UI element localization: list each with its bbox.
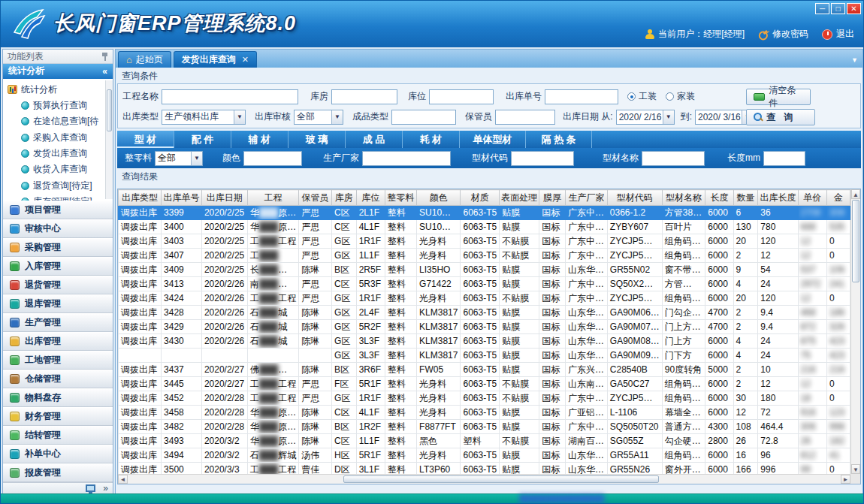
- color-input[interactable]: [243, 151, 302, 166]
- column-header[interactable]: 库位: [356, 190, 385, 206]
- material-tab-8[interactable]: 隔 热 条: [526, 131, 592, 148]
- change-password-button[interactable]: 修改密码: [758, 28, 808, 41]
- material-tab-5[interactable]: 成 品: [346, 131, 403, 148]
- table-row[interactable]: 调拨出库34242020/2/26工███工程严思G区1R1F整料光身料6063…: [119, 291, 850, 306]
- scroll-down-icon[interactable]: ▼: [851, 464, 860, 474]
- sidebar-item-audit[interactable]: 审核中心: [3, 219, 113, 238]
- horizontal-scroll-thumb[interactable]: [343, 475, 659, 483]
- tree-root[interactable]: 统计分析: [8, 82, 113, 98]
- length-input[interactable]: [763, 151, 805, 166]
- radio-jiazhuang[interactable]: 家装: [666, 90, 695, 103]
- column-header[interactable]: 整零料: [385, 190, 416, 206]
- keeper-input[interactable]: [495, 110, 555, 125]
- table-row[interactable]: 调拨出库34822020/2/28华███原…陈琳B区1R2F整料F8877FT…: [119, 420, 850, 434]
- scroll-left-icon[interactable]: ◄: [118, 475, 128, 484]
- date-from-picker[interactable]: 2020/ 2/16▼: [616, 110, 675, 125]
- column-header[interactable]: 膜厚: [539, 190, 566, 206]
- table-row[interactable]: 调拨出库34002020/2/25华███原…严思C区4L1F整料SU10…60…: [119, 220, 850, 234]
- sidebar-item-cart[interactable]: 采购管理: [3, 238, 113, 257]
- table-row[interactable]: 调拨出库34282020/2/26石███城陈琳G区2L4F整料KLM38176…: [119, 306, 850, 320]
- profile-name-input[interactable]: [642, 151, 705, 166]
- column-header[interactable]: 出库日期: [201, 190, 247, 206]
- radio-gongzhuang[interactable]: 工装: [627, 90, 657, 103]
- vertical-scroll-thumb[interactable]: [852, 200, 859, 282]
- column-header[interactable]: 长度: [705, 190, 733, 206]
- project-name-input[interactable]: [162, 89, 298, 104]
- column-header[interactable]: 金: [827, 190, 850, 206]
- column-header[interactable]: 工程: [247, 190, 299, 206]
- material-tab-4[interactable]: 玻 璃: [289, 131, 346, 148]
- column-header[interactable]: 出库长度: [758, 190, 798, 206]
- sidebar-item-gear[interactable]: 生产管理: [3, 313, 113, 332]
- tab-home[interactable]: ⌂ 起始页: [118, 51, 171, 68]
- sidebar-item-supplement[interactable]: 补单中心: [3, 445, 113, 463]
- sidebar-item-undo[interactable]: 退库管理: [3, 294, 113, 313]
- column-header[interactable]: 出库单号: [162, 190, 202, 206]
- tab-close-icon[interactable]: ✕: [242, 55, 249, 65]
- product-type-input[interactable]: [391, 110, 456, 125]
- sidebar-item-inbox[interactable]: 入库管理: [3, 257, 113, 276]
- tree-item[interactable]: 发货出库查询: [8, 146, 113, 161]
- tab-shipment-outbound-query[interactable]: 发货出库查询 ✕: [174, 51, 257, 68]
- vertical-scrollbar[interactable]: ▲ ▼: [850, 189, 860, 474]
- table-row[interactable]: 调拨出库34302020/2/26石███城陈琳G区3L3F整料KLM38176…: [119, 334, 850, 349]
- sidebar-item-finance[interactable]: 财务管理: [3, 407, 113, 426]
- table-row[interactable]: 调拨出库33992020/2/25华███原…严思C区2L1F整料SU10…60…: [119, 206, 850, 220]
- sidebar-item-return[interactable]: 退货管理: [3, 276, 113, 294]
- table-row[interactable]: 调拨出库34932020/3/2华███原…陈琳C区1L1F整料黑色塑料不贴膜国…: [119, 434, 850, 448]
- table-row[interactable]: 调拨出库34522020/2/28工███工程严思G区1R1F整料光身料6063…: [119, 391, 850, 406]
- table-row[interactable]: 调拨出库34292020/2/26石███城陈琳G区5R2F整料KLM38176…: [119, 320, 850, 334]
- monitor-icon[interactable]: [86, 484, 95, 492]
- sidebar-section-statistics[interactable]: 统计分析 «: [3, 64, 113, 79]
- tree-item[interactable]: 退货查询[待定]: [8, 178, 113, 194]
- column-header[interactable]: 单价: [798, 190, 826, 206]
- column-header[interactable]: 数量: [733, 190, 758, 206]
- tree-item[interactable]: 采购入库查询: [8, 130, 113, 146]
- manufacturer-input[interactable]: [362, 151, 451, 166]
- outbound-type-select[interactable]: 生产领料出库▼: [162, 110, 246, 125]
- material-tab-3[interactable]: 辅 材: [231, 131, 289, 148]
- sidebar-item-folder[interactable]: 项目管理: [3, 201, 113, 219]
- whole-scrap-select[interactable]: 全部▼: [155, 151, 203, 166]
- column-header[interactable]: 保管员: [299, 190, 332, 206]
- footer-link[interactable]: ████████████████: [519, 494, 604, 502]
- table-row[interactable]: G区3L3F整料KLM38176063-T5贴膜国标山东华…GA90M09…门下…: [119, 349, 850, 363]
- collapse-icon[interactable]: «: [102, 66, 107, 77]
- maximize-button[interactable]: □: [831, 3, 845, 14]
- more-panels-icon[interactable]: »: [103, 483, 108, 493]
- tree-item[interactable]: 预算执行查询: [8, 98, 113, 113]
- table-row[interactable]: 调拨出库34942020/3/2石███辉城汤伟H区5R1F整料光身料6063-…: [119, 448, 850, 463]
- scroll-right-icon[interactable]: ►: [841, 475, 850, 484]
- search-button[interactable]: 查 询: [746, 109, 815, 125]
- tree-scrollbar[interactable]: [105, 80, 113, 199]
- table-row[interactable]: 调拨出库34072020/2/25工███严思G区1L1F整料光身料6063-T…: [119, 249, 850, 263]
- material-tab-6[interactable]: 耗 材: [403, 131, 460, 148]
- sidebar-item-transfer[interactable]: 结转管理: [3, 426, 113, 445]
- column-header[interactable]: 材质: [461, 190, 500, 206]
- column-header[interactable]: 表面处理: [500, 190, 539, 206]
- tree-item[interactable]: 库存管理[待定]: [8, 194, 113, 201]
- sidebar-item-outbox[interactable]: 出库管理: [3, 332, 113, 351]
- material-tab-1[interactable]: 型 材: [117, 131, 174, 148]
- material-tab-7[interactable]: 单体型材: [460, 131, 526, 148]
- table-row[interactable]: 调拨出库34092020/2/25长███…陈琳B区2R5F整料LI35HO60…: [119, 263, 850, 277]
- sidebar-item-scrap[interactable]: 报废管理: [3, 463, 113, 482]
- tree-item[interactable]: 在途信息查询[待: [8, 113, 113, 129]
- audit-select[interactable]: 全部▼: [294, 110, 343, 125]
- minimize-button[interactable]: ─: [815, 3, 829, 14]
- logout-button[interactable]: 退出: [822, 28, 854, 41]
- table-row[interactable]: 调拨出库34372020/2/27佛███…陈琳B区3R6F整料FW056063…: [119, 363, 850, 377]
- table-row[interactable]: 调拨出库35002020/3/3工███工程曹佳D区3L1F整料LT3P6060…: [119, 463, 850, 475]
- tree-item[interactable]: 收货入库查询: [8, 161, 113, 177]
- order-no-input[interactable]: [545, 89, 618, 104]
- column-header[interactable]: 库房: [331, 190, 356, 206]
- column-header[interactable]: 颜色: [417, 190, 461, 206]
- pin-icon[interactable]: [101, 53, 108, 61]
- column-header[interactable]: 出库类型: [119, 190, 162, 206]
- scroll-up-icon[interactable]: ▲: [851, 189, 860, 199]
- table-row[interactable]: 调拨出库34582020/2/28华███原…陈琳C区4L1F整料光身料6063…: [119, 406, 850, 420]
- warehouse-input[interactable]: [331, 89, 397, 104]
- location-input[interactable]: [429, 89, 494, 104]
- table-row[interactable]: 调拨出库34132020/2/26南███…严思C区5R3F整料G7142260…: [119, 277, 850, 291]
- clear-conditions-button[interactable]: 清空条件: [746, 89, 811, 105]
